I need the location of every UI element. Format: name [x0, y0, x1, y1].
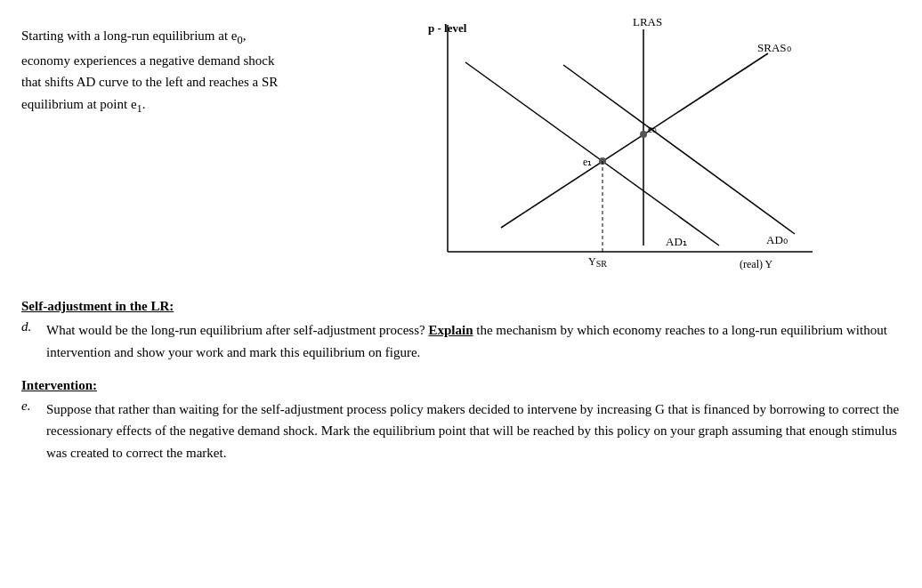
- question-d-row: d. What would be the long-run equilibriu…: [21, 319, 901, 364]
- ad1-label: AD₁: [666, 235, 687, 248]
- intervention-heading-text: Intervention:: [21, 378, 97, 392]
- intro-paragraph: Starting with a long-run equilibrium at …: [21, 28, 278, 111]
- e0-label: e₀: [648, 123, 657, 135]
- lras-label: LRAS: [633, 15, 662, 28]
- y-axis-label: p - level: [428, 21, 467, 35]
- ad0-label: AD₀: [766, 233, 788, 246]
- intervention-section: Intervention: e. Suppose that rather tha…: [21, 378, 901, 464]
- self-adjustment-heading: Self-adjustment in the LR:: [21, 299, 901, 314]
- e1-label: e₁: [583, 156, 592, 168]
- chart-area: p - level (real) Y LRAS SRAS₀ AD₀ AD₁ e₀: [297, 16, 901, 283]
- intro-text: Starting with a long-run equilibrium at …: [21, 16, 297, 118]
- question-d-letter: d.: [21, 319, 39, 334]
- ysr-label: YSR: [588, 255, 607, 269]
- economics-chart: p - level (real) Y LRAS SRAS₀ AD₀ AD₁ e₀: [385, 16, 830, 283]
- intervention-heading: Intervention:: [21, 378, 901, 393]
- svg-line-3: [501, 53, 768, 228]
- self-adjustment-heading-text: Self-adjustment in the LR:: [21, 299, 174, 313]
- question-e-letter: e.: [21, 399, 39, 414]
- sras0-label: SRAS₀: [757, 41, 791, 54]
- question-e-row: e. Suppose that rather than waiting for …: [21, 399, 901, 464]
- explain-word: Explain: [428, 323, 473, 337]
- question-e-content: Suppose that rather than waiting for the…: [46, 399, 901, 464]
- x-axis-label: (real) Y: [740, 258, 773, 270]
- self-adjustment-section: Self-adjustment in the LR: d. What would…: [21, 299, 901, 364]
- e0-point: [640, 131, 647, 138]
- top-section: Starting with a long-run equilibrium at …: [21, 16, 901, 283]
- svg-line-4: [563, 65, 795, 234]
- svg-line-5: [465, 62, 719, 246]
- question-d-content: What would be the long-run equilibrium a…: [46, 319, 901, 364]
